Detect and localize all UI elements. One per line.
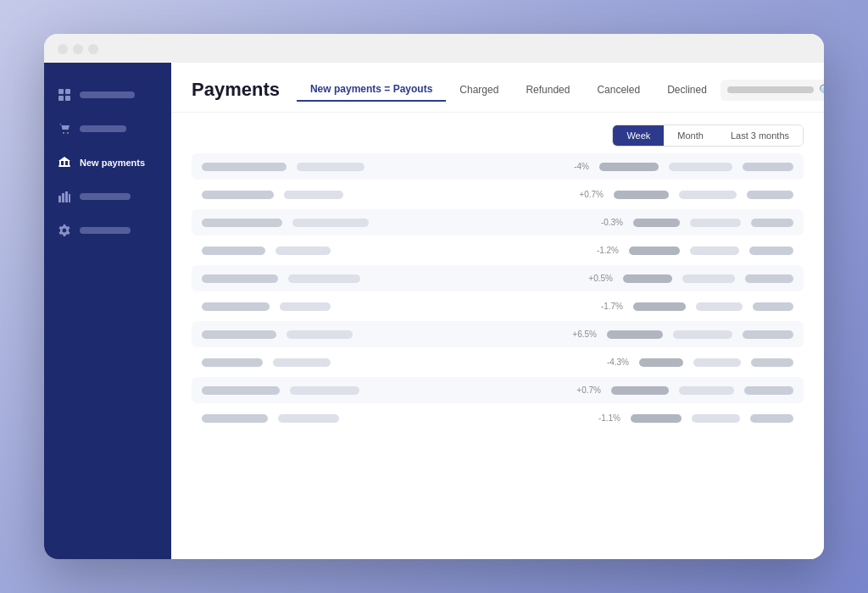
table-row[interactable]: -1.7% (192, 293, 804, 319)
cell-date (693, 358, 741, 367)
cell-desc (278, 414, 339, 423)
cell-desc (287, 330, 353, 339)
cell-desc (275, 247, 331, 255)
dot-maximize[interactable] (88, 44, 98, 54)
table-row[interactable]: +0.5% (192, 265, 804, 291)
cell-pct: +0.7% (567, 385, 601, 395)
cell-date (696, 302, 743, 311)
bank-icon (58, 156, 71, 169)
svg-rect-6 (58, 165, 70, 167)
cell-pct: -1.7% (589, 302, 623, 311)
svg-point-5 (67, 132, 69, 134)
svg-rect-12 (65, 191, 68, 202)
page-title: Payments (192, 79, 280, 101)
svg-point-4 (63, 132, 64, 134)
sidebar-item-payments[interactable]: New payments (44, 147, 171, 178)
cell-amount (639, 358, 683, 367)
cell-status (743, 330, 793, 339)
cell-date (669, 163, 732, 171)
cell-status (751, 219, 793, 227)
cell-date (682, 274, 735, 283)
cell-pct: -1.1% (587, 413, 620, 423)
tab-new-payments[interactable]: New payments = Payouts (297, 78, 446, 102)
cell-pct: +0.7% (570, 190, 604, 199)
main-content: Payments New payments = Payouts Charged … (171, 63, 824, 559)
header-right: 🔍 (721, 80, 824, 101)
cell-name (202, 191, 274, 199)
cell-desc (288, 274, 360, 283)
grid-icon (58, 88, 71, 102)
period-group: Week Month Last 3 months (612, 125, 804, 147)
table-row[interactable]: -4% (192, 153, 804, 180)
cell-amount (633, 219, 680, 227)
period-btn-month[interactable]: Month (664, 125, 717, 146)
table-row[interactable]: +6.5% (192, 321, 804, 347)
svg-rect-10 (58, 196, 61, 202)
cell-status (745, 274, 793, 283)
search-box[interactable]: 🔍 (721, 80, 824, 101)
table-row[interactable]: -4.3% (192, 349, 804, 375)
cell-date (692, 414, 740, 423)
cell-status (753, 302, 793, 311)
nav-tabs: New payments = Payouts Charged Refunded … (297, 78, 721, 102)
svg-rect-13 (69, 194, 70, 202)
svg-rect-3 (65, 96, 70, 101)
cell-desc (292, 219, 369, 227)
browser-window: New payments (44, 34, 824, 559)
cell-amount (611, 386, 669, 395)
app-body: New payments (44, 63, 824, 559)
cell-desc (284, 191, 343, 199)
svg-rect-9 (68, 161, 70, 165)
sidebar-item-settings[interactable] (44, 215, 171, 246)
sidebar: New payments (44, 63, 171, 559)
period-btn-week[interactable]: Week (613, 125, 664, 146)
cell-amount (623, 274, 672, 283)
sidebar-label-dashboard (80, 91, 135, 98)
cell-name (202, 386, 280, 395)
period-selector: Week Month Last 3 months (171, 113, 824, 153)
sidebar-label-analytics (80, 193, 131, 200)
cell-status (751, 358, 793, 367)
tab-charged[interactable]: Charged (446, 79, 512, 101)
header: Payments New payments = Payouts Charged … (171, 63, 824, 113)
cell-pct: -4.3% (595, 357, 629, 367)
sidebar-item-analytics[interactable] (44, 181, 171, 212)
dot-minimize[interactable] (73, 44, 83, 54)
cell-status (747, 191, 793, 199)
table-row[interactable]: -0.3% (192, 209, 804, 236)
cell-name (202, 330, 276, 339)
cell-date (679, 386, 734, 395)
tab-canceled[interactable]: Canceled (583, 79, 654, 101)
sidebar-item-orders[interactable] (44, 114, 171, 144)
browser-dots (58, 44, 810, 63)
tab-refunded[interactable]: Refunded (512, 79, 583, 101)
cell-desc (290, 386, 359, 395)
cell-name (202, 247, 265, 255)
cell-date (690, 219, 741, 227)
cell-pct: +0.5% (579, 274, 613, 283)
cell-amount (633, 302, 686, 311)
cell-pct: +6.5% (563, 330, 597, 339)
cell-amount (607, 330, 663, 339)
dot-close[interactable] (58, 44, 68, 54)
table-row[interactable]: -1.2% (192, 237, 804, 263)
table-row[interactable]: -1.1% (192, 405, 804, 431)
table-row[interactable]: +0.7% (192, 181, 804, 208)
sidebar-item-dashboard[interactable] (44, 80, 171, 110)
cell-name (202, 358, 263, 367)
period-btn-last3months[interactable]: Last 3 months (717, 125, 803, 146)
bar-chart-icon (58, 190, 71, 203)
cell-status (750, 414, 793, 423)
svg-rect-1 (65, 89, 70, 94)
cell-status (749, 247, 793, 255)
svg-rect-11 (62, 193, 64, 202)
cell-amount (631, 414, 682, 423)
table-area: -4% +0.7% -0.3% -1.2% +0.5% (171, 153, 824, 559)
cell-name (202, 274, 278, 283)
table-row[interactable]: +0.7% (192, 377, 804, 403)
cell-amount (599, 163, 659, 171)
search-placeholder-bar (727, 86, 814, 93)
cell-desc (297, 163, 364, 171)
cell-name (202, 414, 268, 423)
tab-declined[interactable]: Declined (654, 79, 721, 101)
